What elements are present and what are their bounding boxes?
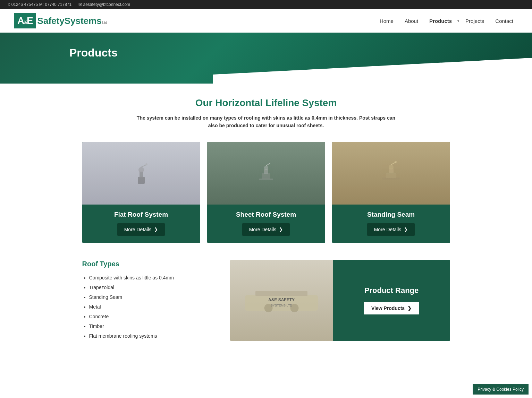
svg-text:SYSTEMS LTD: SYSTEMS LTD <box>271 304 292 307</box>
standing-seam-svg <box>377 159 405 187</box>
sheet-roof-more-details-button[interactable]: More Details ❯ <box>242 223 290 236</box>
chevron-right-icon: ❯ <box>407 305 412 311</box>
bottom-section: Roof Types Composite with skins as littl… <box>82 260 450 341</box>
sheet-roof-svg <box>252 159 280 187</box>
list-item: Concrete <box>89 312 220 321</box>
nav-about[interactable]: About <box>400 15 423 27</box>
main-nav: Home About Products ▾ Projects Contact <box>375 15 518 27</box>
list-item: Trapezoidal <box>89 283 220 292</box>
product-range-image: A&E SAFETY SYSTEMS LTD <box>230 260 333 341</box>
view-products-button[interactable]: View Products ❯ <box>364 302 419 314</box>
sheet-roof-btn-label: More Details <box>249 227 277 232</box>
svg-rect-6 <box>262 173 270 179</box>
svg-rect-11 <box>386 173 396 178</box>
flat-roof-body: Flat Roof System More Details ❯ <box>82 205 200 243</box>
standing-seam-btn-label: More Details <box>374 227 402 232</box>
product-range-box: Product Range View Products ❯ <box>333 260 450 341</box>
logo-ltd: Ltd <box>102 21 107 25</box>
chevron-right-icon: ❯ <box>404 227 408 232</box>
svg-line-3 <box>141 165 146 167</box>
flat-roof-btn-label: More Details <box>124 227 152 232</box>
list-item: Standing Seam <box>89 292 220 302</box>
svg-line-9 <box>266 163 270 166</box>
flat-roof-title: Flat Roof System <box>88 211 195 218</box>
standing-seam-body: Standing Seam More Details ❯ <box>332 205 450 243</box>
svg-point-8 <box>264 166 268 170</box>
nav-products[interactable]: Products <box>424 15 457 27</box>
list-item: Composite with skins as little as 0.4mm <box>89 273 220 283</box>
section-heading: Our Horizontal Lifeline System <box>82 97 450 109</box>
view-products-label: View Products <box>371 305 405 311</box>
roof-types-section: Roof Types Composite with skins as littl… <box>82 260 230 341</box>
svg-point-2 <box>138 167 144 173</box>
svg-point-15 <box>395 161 397 163</box>
bottom-right-section: A&E SAFETY SYSTEMS LTD Product Range Vie… <box>230 260 450 341</box>
svg-rect-17 <box>255 291 307 296</box>
roof-types-list: Composite with skins as little as 0.4mm … <box>82 273 220 341</box>
standing-seam-more-details-button[interactable]: More Details ❯ <box>367 223 415 236</box>
product-card-seam: Standing Seam More Details ❯ <box>332 142 450 243</box>
flat-roof-image <box>82 142 200 205</box>
site-header: A&E Safety Systems Ltd Home About Produc… <box>0 9 532 33</box>
flat-roof-more-details-button[interactable]: More Details ❯ <box>117 223 165 236</box>
product-card-flat: Flat Roof System More Details ❯ <box>82 142 200 243</box>
svg-point-13 <box>389 165 394 170</box>
sheet-roof-title: Sheet Roof System <box>213 211 320 218</box>
page-hero: Products <box>0 33 532 84</box>
page-title: Products <box>14 46 518 59</box>
flat-roof-svg <box>127 159 155 187</box>
svg-rect-7 <box>264 169 268 174</box>
nav-products-dropdown[interactable]: Products ▾ <box>424 15 459 27</box>
logo-safety: Safety <box>37 16 65 26</box>
roof-types-heading: Roof Types <box>82 260 220 268</box>
email-icon: ✉ <box>78 2 82 7</box>
sheet-roof-body: Sheet Roof System More Details ❯ <box>207 205 325 243</box>
list-item: Flat membrane roofing systems <box>89 331 220 341</box>
phone-number: T: 01246 475475 M: 07740 717871 <box>7 2 71 7</box>
main-content: Our Horizontal Lifeline System The syste… <box>75 84 457 355</box>
sheet-roof-image <box>207 142 325 205</box>
top-bar: T: 01246 475475 M: 07740 717871 ✉ aesafe… <box>0 0 532 9</box>
chevron-right-icon: ❯ <box>279 227 283 232</box>
standing-seam-image <box>332 142 450 205</box>
nav-projects[interactable]: Projects <box>461 15 489 27</box>
nav-home[interactable]: Home <box>375 15 398 27</box>
section-subtitle: The system can be installed on many type… <box>134 114 398 130</box>
email-address: ✉ aesafety@btconnect.com <box>78 2 130 7</box>
product-card-sheet: Sheet Roof System More Details ❯ <box>207 142 325 243</box>
chevron-right-icon: ❯ <box>154 227 158 232</box>
logo: A&E Safety Systems Ltd <box>14 13 107 28</box>
svg-point-4 <box>145 163 147 165</box>
standing-seam-title: Standing Seam <box>338 211 445 218</box>
chevron-down-icon: ▾ <box>457 19 459 23</box>
logo-ae: A&E <box>14 13 36 28</box>
list-item: Metal <box>89 302 220 312</box>
nav-contact[interactable]: Contact <box>490 15 518 27</box>
bracket-svg: A&E SAFETY SYSTEMS LTD <box>240 279 323 321</box>
logo-systems: Systems <box>65 16 102 26</box>
list-item: Timber <box>89 321 220 331</box>
product-cards: Flat Roof System More Details ❯ Sheet <box>82 142 450 243</box>
svg-text:A&E SAFETY: A&E SAFETY <box>268 297 295 302</box>
product-range-title: Product Range <box>364 286 419 295</box>
